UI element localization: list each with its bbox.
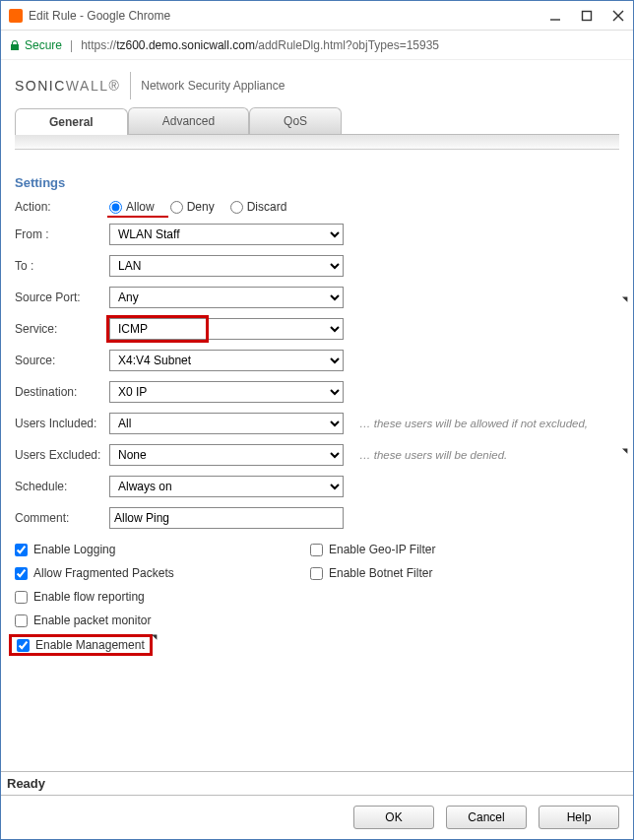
tab-row: General Advanced QoS xyxy=(15,107,619,150)
schedule-label: Schedule: xyxy=(15,480,109,493)
check-enable-geoip[interactable] xyxy=(310,544,323,556)
highlight-underline xyxy=(107,216,168,218)
cancel-button[interactable]: Cancel xyxy=(446,806,527,829)
from-label: From : xyxy=(15,227,109,241)
tab-general[interactable]: General xyxy=(15,108,128,135)
brand-row: SONICWALL® Network Security Appliance xyxy=(15,72,619,99)
check-enable-flow-reporting[interactable] xyxy=(15,591,28,604)
check-enable-botnet[interactable] xyxy=(310,567,323,580)
ok-button[interactable]: OK xyxy=(353,806,434,829)
checkbox-grid: Enable Logging Enable Geo-IP Filter Allo… xyxy=(15,543,619,653)
secure-indicator: Secure xyxy=(9,38,62,52)
status-bar: Ready xyxy=(1,771,633,796)
users-excluded-note: … these users will be denied. xyxy=(359,449,619,461)
tab-advanced[interactable]: Advanced xyxy=(128,107,249,134)
enable-management-marker: ◥ xyxy=(152,633,157,641)
check-enable-logging[interactable] xyxy=(15,544,28,556)
help-button[interactable]: Help xyxy=(539,806,619,829)
to-select[interactable]: LAN xyxy=(109,255,344,277)
button-bar: OK Cancel Help xyxy=(1,796,633,839)
url-separator: | xyxy=(70,38,73,52)
radio-discard[interactable] xyxy=(230,201,243,214)
check-enable-management[interactable] xyxy=(17,639,30,652)
source-select[interactable]: X4:V4 Subnet xyxy=(109,350,344,371)
settings-section: Settings Action: Allow Deny Discard From… xyxy=(15,175,619,653)
users-included-note: … these users will be allowed if not exc… xyxy=(359,418,619,429)
close-button[interactable] xyxy=(611,9,625,23)
schedule-select[interactable]: Always on xyxy=(109,476,344,497)
app-window: Edit Rule - Google Chrome Secure | https… xyxy=(0,0,634,840)
source-port-select[interactable]: Any xyxy=(109,287,344,308)
to-label: To : xyxy=(15,259,109,273)
brand-subtitle: Network Security Appliance xyxy=(141,79,285,93)
lock-icon xyxy=(9,39,21,51)
address-bar: Secure | https://tz600.demo.sonicwall.co… xyxy=(1,31,633,60)
tab-qos[interactable]: QoS xyxy=(249,107,342,134)
url-display[interactable]: https://tz600.demo.sonicwall.com/addRule… xyxy=(81,38,439,52)
action-radios: Allow Deny Discard xyxy=(109,200,619,214)
action-label: Action: xyxy=(15,200,109,214)
secure-label: Secure xyxy=(25,38,62,52)
comment-input[interactable] xyxy=(109,507,344,529)
minimize-button[interactable] xyxy=(548,9,562,23)
users-included-select[interactable]: All xyxy=(109,413,344,434)
radio-deny[interactable] xyxy=(170,201,183,214)
settings-form: Action: Allow Deny Discard From : WLAN S… xyxy=(15,200,619,529)
svg-rect-1 xyxy=(583,11,592,20)
brand-divider xyxy=(130,72,131,99)
radio-allow[interactable] xyxy=(109,201,122,214)
brand-logo: SONICWALL® xyxy=(15,78,120,94)
source-label: Source: xyxy=(15,354,109,367)
service-label: Service: xyxy=(15,322,109,336)
from-select[interactable]: WLAN Staff xyxy=(109,224,344,245)
users-excluded-label: Users Excluded: xyxy=(15,448,109,462)
section-title: Settings xyxy=(15,175,619,190)
check-enable-packet-monitor[interactable] xyxy=(15,614,28,627)
source-port-label: Source Port: xyxy=(15,291,109,304)
users-excluded-select[interactable]: None xyxy=(109,444,344,466)
check-allow-fragmented[interactable] xyxy=(15,567,28,580)
destination-select[interactable]: X0 IP xyxy=(109,381,344,403)
window-buttons xyxy=(548,9,625,23)
users-included-label: Users Included: xyxy=(15,417,109,430)
comment-label: Comment: xyxy=(15,511,109,525)
content-area: SONICWALL® Network Security Appliance Ge… xyxy=(1,60,633,771)
service-select[interactable]: ICMP xyxy=(109,318,344,340)
enable-management-wrap: Enable Management ◥ xyxy=(15,637,147,653)
destination-label: Destination: xyxy=(15,385,109,399)
tab-strip xyxy=(15,134,619,150)
maximize-button[interactable] xyxy=(580,9,594,23)
titlebar: Edit Rule - Google Chrome xyxy=(1,1,633,31)
favicon xyxy=(9,9,23,23)
window-title: Edit Rule - Google Chrome xyxy=(29,9,548,23)
